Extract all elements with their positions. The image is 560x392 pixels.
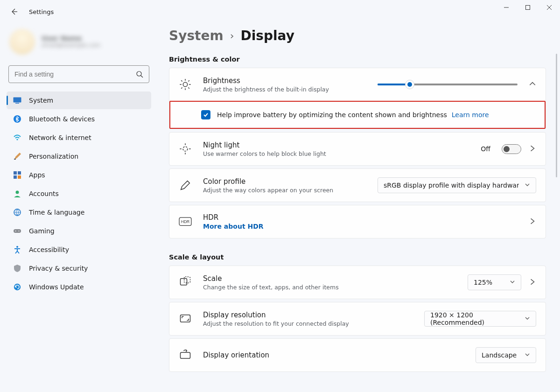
hdr-title: HDR [203, 213, 371, 222]
slider-thumb[interactable] [405, 80, 414, 89]
minimize-button[interactable] [496, 0, 517, 15]
svg-line-29 [188, 87, 189, 88]
chevron-down-icon [525, 182, 530, 189]
brightness-title: Brightness [203, 77, 371, 85]
nav: System Bluetooth & devices Network & int… [7, 91, 151, 296]
sidebar-item-label: Accounts [29, 190, 59, 197]
resolution-card[interactable]: Display resolution Adjust the resolution… [169, 302, 546, 336]
night-light-title: Night light [203, 141, 371, 149]
svg-rect-13 [18, 171, 21, 175]
section-title-brightness-color: Brightness & color [169, 56, 546, 63]
brightness-optimize-row[interactable]: Help improve battery by optimizing the c… [169, 101, 546, 129]
sidebar-item-apps[interactable]: Apps [7, 166, 151, 184]
svg-point-16 [16, 191, 19, 194]
color-profile-card[interactable]: Color profile Adjust the way colors appe… [169, 168, 546, 202]
sidebar-item-privacy[interactable]: Privacy & security [7, 259, 151, 277]
shield-icon [13, 264, 21, 273]
globe-clock-icon [13, 208, 21, 217]
sidebar-item-label: Personalization [29, 153, 78, 160]
svg-rect-7 [14, 98, 21, 103]
brightness-slider[interactable] [378, 84, 518, 85]
sidebar-item-label: Accessibility [29, 246, 69, 253]
svg-point-19 [15, 231, 16, 231]
update-icon [13, 283, 21, 291]
sidebar-item-label: Network & internet [29, 134, 91, 141]
resolution-dropdown[interactable]: 1920 × 1200 (Recommended) [424, 311, 536, 327]
scale-icon [179, 276, 192, 289]
chevron-right-icon: › [230, 30, 234, 42]
svg-rect-15 [18, 175, 21, 179]
search-box[interactable] [8, 65, 149, 83]
sidebar-item-network[interactable]: Network & internet [7, 129, 151, 147]
section-title-scale-layout: Scale & layout [169, 253, 546, 261]
sidebar-item-label: Time & language [29, 209, 84, 216]
chevron-right-icon[interactable] [529, 217, 536, 226]
night-light-state: Off [481, 145, 490, 153]
sidebar-item-gaming[interactable]: Gaming [7, 222, 151, 240]
svg-line-31 [188, 80, 189, 81]
close-button[interactable] [539, 0, 560, 15]
svg-rect-8 [15, 103, 19, 104]
orientation-card[interactable]: Display orientation Landscape [169, 338, 546, 372]
svg-point-23 [183, 82, 187, 86]
hdr-card[interactable]: HDR HDR More about HDR [169, 205, 546, 238]
sidebar-item-system[interactable]: System [7, 91, 151, 109]
brightness-desc: Adjust the brightness of the built-in di… [203, 86, 371, 93]
sidebar-item-label: Apps [29, 171, 45, 179]
resolution-icon [179, 312, 192, 325]
app-title: Settings [29, 8, 54, 15]
svg-rect-39 [181, 279, 187, 285]
svg-text:HDR: HDR [181, 220, 190, 224]
accessibility-icon [13, 245, 21, 254]
svg-line-28 [181, 80, 182, 81]
sidebar-item-accessibility[interactable]: Accessibility [7, 241, 151, 259]
system-icon [13, 96, 21, 105]
learn-more-link[interactable]: Learn more [452, 111, 489, 119]
color-profile-desc: Adjust the way colors appear on your scr… [203, 187, 371, 194]
brightness-row[interactable]: Brightness Adjust the brightness of the … [169, 68, 546, 101]
main: System › Display Brightness & color Brig… [169, 28, 546, 392]
night-light-toggle[interactable] [502, 144, 521, 154]
svg-rect-14 [14, 175, 17, 179]
chevron-right-icon[interactable] [529, 145, 536, 154]
color-profile-dropdown[interactable]: sRGB display profile with display hardwa… [378, 177, 536, 193]
sidebar-item-personalization[interactable]: Personalization [7, 147, 151, 165]
night-light-card[interactable]: Night light Use warmer colors to help bl… [169, 132, 546, 166]
scrollbar[interactable] [556, 54, 557, 177]
sidebar-item-accounts[interactable]: Accounts [7, 185, 151, 203]
back-button[interactable] [9, 7, 19, 16]
wifi-icon [13, 133, 21, 142]
svg-line-6 [141, 76, 143, 77]
sidebar-item-label: System [29, 97, 53, 104]
apps-icon [13, 171, 21, 179]
hdr-icon: HDR [179, 215, 192, 228]
orientation-dropdown[interactable]: Landscape [476, 347, 536, 363]
person-icon [13, 189, 21, 198]
svg-line-30 [181, 87, 182, 88]
orientation-title: Display orientation [203, 351, 371, 359]
svg-rect-1 [526, 6, 530, 10]
scale-value: 125% [474, 279, 492, 286]
brightness-optimize-checkbox[interactable] [201, 110, 210, 119]
svg-point-21 [16, 246, 18, 248]
chevron-right-icon[interactable] [529, 278, 536, 287]
svg-rect-18 [14, 229, 21, 233]
scale-dropdown[interactable]: 125% [468, 274, 521, 290]
svg-rect-11 [14, 159, 16, 160]
hdr-link[interactable]: More about HDR [203, 223, 371, 230]
breadcrumb-parent[interactable]: System [169, 28, 224, 43]
sidebar-item-label: Privacy & security [29, 265, 88, 272]
search-icon [136, 70, 143, 78]
profile-block[interactable]: User Name email@example.com [7, 28, 151, 55]
sidebar-item-windows-update[interactable]: Windows Update [7, 278, 151, 296]
maximize-button[interactable] [517, 0, 539, 15]
resolution-desc: Adjust the resolution to fit your connec… [203, 320, 371, 327]
search-input[interactable] [14, 70, 136, 78]
sidebar-item-time-language[interactable]: Time & language [7, 203, 151, 221]
sidebar-item-bluetooth[interactable]: Bluetooth & devices [7, 110, 151, 128]
breadcrumb-current: Display [240, 28, 294, 43]
chevron-up-icon[interactable] [529, 80, 536, 89]
scale-card[interactable]: Scale Change the size of text, apps, and… [169, 266, 546, 299]
sidebar-item-label: Windows Update [29, 283, 84, 291]
sun-icon [179, 78, 192, 91]
